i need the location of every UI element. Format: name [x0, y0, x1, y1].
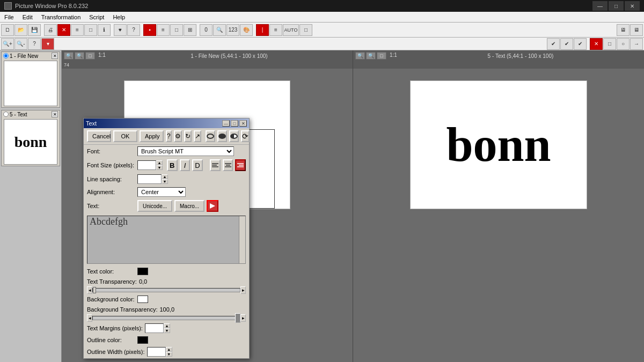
stop-button[interactable]: ✕ — [57, 24, 70, 36]
thumb-1-close[interactable]: ✕ — [52, 53, 58, 59]
minimize-button[interactable]: — — [592, 1, 608, 11]
slider-track[interactable] — [92, 288, 240, 292]
menu-script[interactable]: Script — [85, 12, 108, 22]
font-size-up[interactable]: ▲ — [156, 160, 163, 165]
dialog-close-btn[interactable]: ✕ — [239, 120, 247, 127]
thumb-5-close[interactable]: ✕ — [52, 111, 58, 117]
align-left-button[interactable] — [210, 159, 221, 171]
help-button[interactable]: ? — [166, 130, 172, 142]
menu-file[interactable]: File — [0, 12, 18, 22]
text-margins-up[interactable]: ▲ — [164, 323, 170, 328]
num-tool[interactable]: 123 — [226, 24, 239, 36]
tool3[interactable]: ℹ — [98, 24, 111, 36]
slider-thumb[interactable] — [93, 287, 96, 293]
fit-btn[interactable]: ? — [28, 38, 41, 50]
oval-empty-btn[interactable] — [206, 130, 215, 142]
refresh-button[interactable]: ↻ — [184, 130, 192, 142]
arrow-button[interactable]: ↗ — [194, 130, 201, 142]
bg-slider-track[interactable] — [92, 316, 240, 320]
text-color-swatch[interactable] — [137, 268, 148, 275]
mag-tool[interactable]: 🔍 — [213, 24, 226, 36]
zoom-in-btn[interactable]: 🔍+ — [1, 38, 14, 50]
bg-transparency-slider[interactable]: ◂ ▸ — [87, 315, 246, 321]
rect-tool[interactable]: □ — [170, 24, 183, 36]
heart-tool[interactable]: ♥ — [114, 24, 127, 36]
vert-bar-tool[interactable]: | — [256, 24, 269, 36]
auto-tool[interactable]: AUTO — [283, 24, 299, 36]
text-transparency-slider[interactable]: ◂ ▸ — [87, 287, 246, 293]
red-rect-tool[interactable]: ▪ — [143, 24, 156, 36]
alignment-select[interactable]: Left Center Right — [137, 187, 186, 197]
slider-left-arrow[interactable]: ◂ — [87, 286, 92, 294]
italic-button[interactable]: I — [180, 159, 191, 171]
img-1-zoom-out[interactable]: 🔍 — [75, 52, 84, 60]
text-margins-down[interactable]: ▼ — [164, 328, 170, 333]
monitor2-tool[interactable]: 🖥 — [630, 24, 643, 36]
sq1[interactable]: □ — [603, 38, 616, 50]
outline-color-swatch[interactable] — [137, 336, 148, 344]
close-button[interactable]: ✕ — [625, 1, 640, 11]
grid-tool[interactable]: ⊞ — [184, 24, 196, 36]
align-center-button[interactable] — [223, 159, 233, 171]
check1[interactable]: ✔ — [547, 38, 560, 50]
bg-slider-right-arrow[interactable]: ▸ — [240, 314, 246, 322]
zoom-out-btn[interactable]: 🔍- — [14, 38, 27, 50]
menu-help[interactable]: Help — [108, 12, 129, 22]
dialog-minimize-btn[interactable]: — — [222, 120, 230, 127]
line-spacing-up[interactable]: ▲ — [162, 174, 168, 179]
oval-half-btn[interactable] — [229, 130, 239, 142]
font-size-down[interactable]: ▼ — [156, 165, 163, 170]
menu-transformation[interactable]: Transformation — [37, 12, 85, 22]
font-select[interactable]: Brush Script MT — [137, 146, 234, 156]
img-1-fit[interactable]: □ — [85, 52, 95, 60]
oval1[interactable]: ○ — [617, 38, 630, 50]
monitor-tool[interactable]: 🖥 — [617, 24, 630, 36]
align-right-button[interactable] — [235, 159, 246, 171]
img-5-zoom-out[interactable]: 🔍 — [366, 52, 376, 60]
text-margins-input[interactable]: 8 — [145, 323, 164, 333]
text-preview-area[interactable]: Abcdefgh — [87, 216, 246, 264]
outline-width-down[interactable]: ▼ — [166, 352, 172, 357]
preview-scrollbar[interactable] — [239, 216, 245, 263]
arr1[interactable]: → — [630, 38, 643, 50]
font-size-input[interactable]: 80 — [137, 160, 156, 170]
bg-slider-end-handle[interactable] — [235, 313, 240, 323]
text-run-button[interactable] — [207, 200, 218, 212]
maximize-button[interactable]: □ — [609, 1, 624, 11]
lines-tool[interactable]: ≡ — [157, 24, 170, 36]
img-5-fit[interactable]: □ — [377, 52, 386, 60]
menu-edit[interactable]: Edit — [18, 12, 37, 22]
check2[interactable]: ✔ — [560, 38, 573, 50]
slider-right-arrow[interactable]: ▸ — [240, 286, 246, 294]
cycle-btn[interactable]: ⟳ — [241, 130, 250, 142]
apply-button[interactable]: Apply — [140, 130, 164, 142]
print-button[interactable]: 🖨 — [44, 24, 57, 36]
thumb-5-radio[interactable] — [3, 112, 9, 117]
outline-width-input[interactable]: 2 — [147, 347, 166, 357]
bg-slider-left-arrow[interactable]: ◂ — [87, 314, 92, 322]
ok-button[interactable]: OK — [113, 130, 137, 142]
tool1[interactable]: ≡ — [71, 24, 84, 36]
tool2[interactable]: □ — [84, 24, 97, 36]
settings-button[interactable]: ⚙ — [174, 130, 182, 142]
check3[interactable]: ✔ — [574, 38, 587, 50]
oval-fill-btn[interactable] — [217, 130, 227, 142]
rect2-tool[interactable]: □ — [299, 24, 312, 36]
dd-btn[interactable]: ▾ — [41, 38, 54, 50]
zero-tool[interactable]: 0 — [200, 24, 213, 36]
img-5-zoom-in[interactable]: 🔍 — [355, 52, 365, 60]
new-button[interactable]: 🗋 — [1, 24, 14, 36]
paint-tool[interactable]: 🎨 — [240, 24, 253, 36]
open-button[interactable]: 📂 — [14, 24, 27, 36]
dialog-maximize-btn[interactable]: □ — [231, 120, 238, 127]
line-spacing-down[interactable]: ▼ — [162, 179, 168, 184]
x-btn[interactable]: ✕ — [590, 38, 603, 50]
thumb-1-radio[interactable] — [3, 53, 9, 58]
outline-width-up[interactable]: ▲ — [166, 347, 172, 352]
bg-color-swatch[interactable] — [137, 295, 148, 303]
save-button[interactable]: 💾 — [28, 24, 41, 36]
cancel-button[interactable]: Cancel — [87, 130, 111, 142]
img-1-zoom-in[interactable]: 🔍 — [64, 52, 74, 60]
lines2-tool[interactable]: ≡ — [269, 24, 282, 36]
macro-button[interactable]: Macro... — [174, 200, 204, 212]
